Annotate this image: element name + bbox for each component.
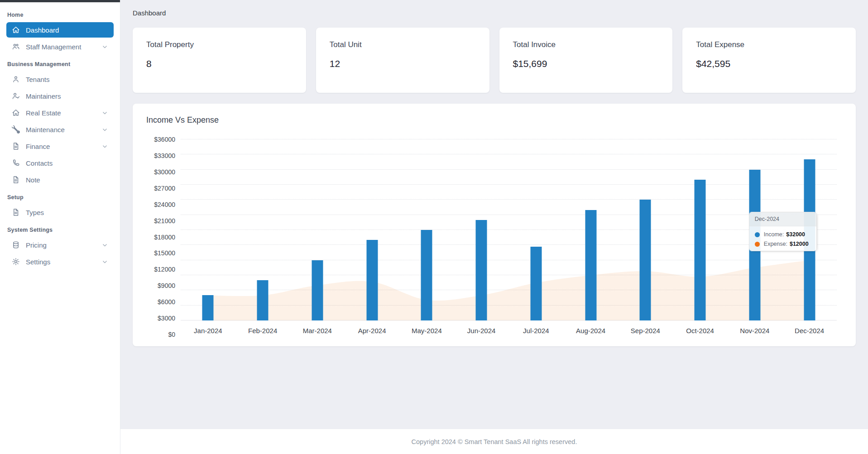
x-axis-labels: Jan-2024Feb-2024Mar-2024Apr-2024May-2024… [181, 327, 837, 335]
x-axis-tick-label: Sep-2024 [618, 327, 673, 335]
file-icon [12, 208, 20, 216]
sidebar-item-label: Real Estate [26, 109, 61, 117]
income-bar-jan-2024[interactable] [202, 295, 214, 320]
file-icon [12, 176, 20, 184]
phone-icon [12, 159, 20, 167]
stat-card-title: Total Invoice [513, 40, 659, 49]
home-icon [12, 26, 20, 34]
sidebar-item-label: Tenants [26, 76, 50, 83]
chart-slot-jun-2024 [454, 139, 509, 320]
wrench-icon [12, 125, 20, 134]
income-bar-oct-2024[interactable] [695, 180, 706, 320]
sidebar-item-dashboard[interactable]: Dashboard [6, 22, 114, 38]
tooltip-row-income: Income:$32000 [749, 228, 816, 238]
sidebar-item-label: Settings [26, 258, 50, 266]
main-area: Dashboard Total Property8Total Unit12Tot… [120, 0, 868, 454]
income-bar-jul-2024[interactable] [530, 247, 542, 320]
y-axis-tick-label: $27000 [154, 185, 175, 192]
chart-slot-sep-2024 [618, 139, 673, 320]
stat-card-title: Total Unit [330, 40, 476, 49]
sidebar-item-types[interactable]: Types [6, 205, 114, 220]
chart-slot-oct-2024 [673, 139, 728, 320]
sidebar-item-pricing[interactable]: Pricing [6, 237, 114, 253]
sidebar-item-real-estate[interactable]: Real Estate [6, 105, 114, 120]
sidebar-item-label: Maintenance [26, 126, 65, 134]
chart-slot-apr-2024 [345, 139, 399, 320]
y-axis-tick-label: $21000 [154, 217, 175, 225]
sidebar-section-label: Business Management [0, 56, 120, 70]
income-bar-jun-2024[interactable] [476, 220, 487, 320]
people-icon [12, 43, 20, 51]
chart-tooltip: Dec-2024Income:$32000Expense:$12000 [749, 212, 817, 251]
sidebar-section-label: Home [0, 6, 120, 21]
sidebar-item-label: Types [26, 209, 44, 216]
series-marker-icon [755, 232, 760, 237]
sidebar-section-label: System Settings [0, 221, 120, 236]
tooltip-row-expense: Expense:$12000 [749, 238, 816, 247]
stat-card-title: Total Expense [696, 40, 842, 49]
y-axis-tick-label: $18000 [154, 234, 175, 241]
stat-card-total-unit: Total Unit12 [316, 28, 489, 93]
sidebar-item-maintainers[interactable]: Maintainers [6, 88, 114, 104]
y-axis-tick-label: $6000 [158, 298, 175, 306]
y-axis-tick-label: $36000 [154, 136, 175, 143]
chart-plot-wrap: $0$3000$6000$9000$12000$15000$18000$2100… [146, 139, 837, 335]
bar-series [181, 139, 837, 320]
y-axis-tick-label: $15000 [154, 249, 175, 257]
income-bar-aug-2024[interactable] [585, 210, 596, 320]
y-axis-tick-label: $24000 [154, 201, 175, 208]
x-axis-tick-label: Apr-2024 [345, 327, 399, 335]
sidebar-item-staff-management[interactable]: Staff Management [6, 39, 114, 54]
income-bar-may-2024[interactable] [421, 230, 432, 320]
x-axis-tick-label: Aug-2024 [563, 327, 618, 335]
x-axis-tick-label: Nov-2024 [728, 327, 782, 335]
y-axis-tick-label: $12000 [154, 266, 175, 273]
y-axis-tick-label: $33000 [154, 152, 175, 159]
stat-card-value: 12 [330, 58, 476, 69]
income-bar-apr-2024[interactable] [366, 240, 378, 320]
tooltip-series-label: Income: [764, 231, 784, 238]
person-check-icon [12, 92, 20, 100]
tooltip-body: Income:$32000Expense:$12000 [749, 226, 816, 251]
sidebar: HomeDashboardStaff ManagementBusiness Ma… [0, 0, 120, 454]
chart-slot-jul-2024 [509, 139, 564, 320]
gear-icon [12, 258, 20, 266]
x-axis-tick-label: Mar-2024 [290, 327, 345, 335]
sidebar-item-maintenance[interactable]: Maintenance [6, 122, 114, 137]
chevron-down-icon [101, 258, 108, 265]
income-bar-sep-2024[interactable] [640, 200, 651, 320]
x-axis-tick-label: Dec-2024 [782, 327, 837, 335]
stat-card-value: $15,699 [513, 58, 659, 69]
file-icon [12, 142, 20, 150]
sidebar-item-contacts[interactable]: Contacts [6, 155, 114, 171]
stat-card-value: 8 [146, 58, 293, 69]
y-axis-tick-label: $9000 [158, 282, 175, 289]
tooltip-title: Dec-2024 [749, 212, 816, 226]
x-axis-tick-label: Jul-2024 [509, 327, 564, 335]
x-axis-tick-label: May-2024 [399, 327, 454, 335]
income-bar-feb-2024[interactable] [257, 280, 269, 320]
sidebar-item-tenants[interactable]: Tenants [6, 72, 114, 87]
sidebar-item-label: Staff Management [26, 43, 81, 51]
stat-card-value: $42,595 [696, 58, 842, 69]
y-axis-tick-label: $3000 [158, 315, 175, 322]
chevron-down-icon [101, 143, 108, 150]
breadcrumb: Dashboard [133, 9, 856, 17]
series-marker-icon [755, 242, 760, 247]
stat-card-total-invoice: Total Invoice$15,699 [499, 28, 673, 93]
sidebar-section-label: Setup [0, 189, 120, 203]
income-bar-mar-2024[interactable] [312, 260, 323, 320]
sidebar-item-finance[interactable]: Finance [6, 139, 114, 154]
footer: Copyright 2024 © Smart Tenant SaaS All r… [120, 429, 868, 454]
sidebar-item-note[interactable]: Note [6, 172, 114, 187]
sidebar-item-label: Pricing [26, 241, 47, 249]
y-axis-tick-label: $30000 [154, 168, 175, 176]
sidebar-item-label: Dashboard [26, 26, 59, 34]
tooltip-series-label: Expense: [764, 241, 787, 247]
sidebar-item-label: Finance [26, 143, 50, 150]
person-icon [12, 75, 20, 83]
sidebar-item-label: Maintainers [26, 92, 61, 100]
chevron-down-icon [101, 43, 108, 50]
chart-slot-jan-2024 [181, 139, 235, 320]
sidebar-item-settings[interactable]: Settings [6, 254, 114, 269]
